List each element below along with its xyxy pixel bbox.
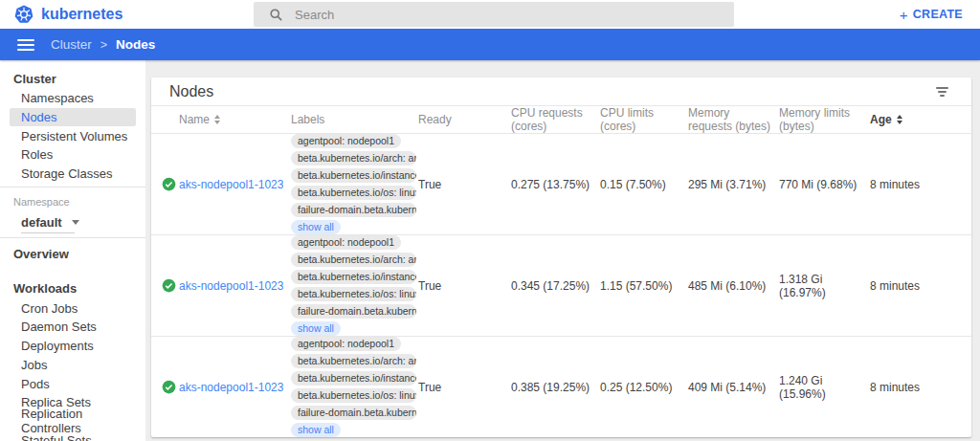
column-header-cpu-limits: CPU limits (cores) xyxy=(600,106,688,133)
show-all-button[interactable]: show all xyxy=(291,423,341,437)
labels-cell: agentpool: nodepool1 beta.kubernetes.io/… xyxy=(291,235,418,336)
filter-icon[interactable] xyxy=(932,83,952,100)
column-header-memory-requests: Memory requests (bytes) xyxy=(688,106,779,133)
top-app-bar: kubernetes + CREATE xyxy=(0,0,980,29)
label-chip: failure-domain.beta.kubernet.. xyxy=(291,406,416,420)
content-area: Cluster Namespaces Nodes Persistent Volu… xyxy=(0,60,980,441)
memory-requests-cell: 295 Mi (3.71%) xyxy=(688,178,779,191)
create-button[interactable]: + CREATE xyxy=(900,8,963,22)
search-icon xyxy=(269,8,283,22)
sidebar-header-workloads[interactable]: Workloads xyxy=(0,277,145,298)
kubernetes-brand[interactable]: kubernetes xyxy=(0,5,122,24)
ready-cell: True xyxy=(418,178,511,191)
sidebar-item-nodes[interactable]: Nodes xyxy=(10,108,136,127)
sidebar-item-daemon-sets[interactable]: Daemon Sets xyxy=(0,318,145,337)
node-name-cell: aks-nodepool1-10230590-vm... xyxy=(151,278,291,293)
kubernetes-logo-icon xyxy=(14,5,33,24)
sort-active-icon xyxy=(897,115,902,124)
nodes-card: Nodes Name Labels Ready CPU requests (co… xyxy=(151,77,971,437)
column-header-ready: Ready xyxy=(418,113,511,126)
cpu-limits-cell: 1.15 (57.50%) xyxy=(600,279,688,293)
sidebar-item-jobs[interactable]: Jobs xyxy=(0,356,145,375)
memory-requests-cell: 409 Mi (5.14%) xyxy=(688,381,779,394)
label-chip: beta.kubernetes.io/os: linux xyxy=(291,388,416,403)
cpu-requests-cell: 0.275 (13.75%) xyxy=(511,178,600,191)
label-chip: beta.kubernetes.io/os: linux xyxy=(291,186,416,200)
sidebar-header-cluster[interactable]: Cluster xyxy=(0,68,145,89)
sidebar-divider xyxy=(0,187,145,187)
column-header-memory-limits: Memory limits (bytes) xyxy=(779,106,870,133)
node-name-cell: aks-nodepool1-10230590-vm... xyxy=(151,177,291,191)
age-cell: 8 minutes xyxy=(870,381,971,394)
labels-cell: agentpool: nodepool1 beta.kubernetes.io/… xyxy=(291,134,418,234)
plus-icon: + xyxy=(900,8,908,22)
ready-cell: True xyxy=(418,279,511,293)
age-cell: 8 minutes xyxy=(870,178,971,191)
label-chip: agentpool: nodepool1 xyxy=(291,337,401,351)
memory-limits-cell: 1.240 Gi (15.96%) xyxy=(779,374,870,401)
sidebar-item-deployments[interactable]: Deployments xyxy=(0,337,145,356)
breadcrumb-separator: > xyxy=(100,38,107,52)
status-ok-icon xyxy=(162,380,176,394)
breadcrumb-bar: Cluster > Nodes xyxy=(0,29,980,60)
status-ok-icon xyxy=(162,278,176,293)
cpu-requests-cell: 0.345 (17.25%) xyxy=(511,279,600,293)
sidebar-item-persistent-volumes[interactable]: Persistent Volumes xyxy=(0,126,145,145)
search-input[interactable] xyxy=(295,8,734,22)
card-title: Nodes xyxy=(169,83,213,100)
card-title-row: Nodes xyxy=(151,77,971,106)
main-panel: Nodes Name Labels Ready CPU requests (co… xyxy=(145,60,980,441)
sidebar-item-cron-jobs[interactable]: Cron Jobs xyxy=(0,298,145,318)
menu-icon[interactable] xyxy=(17,39,34,51)
column-header-labels: Labels xyxy=(291,113,418,126)
label-chip: beta.kubernetes.io/os: linux xyxy=(291,287,416,301)
search-bar[interactable] xyxy=(254,2,734,27)
cpu-requests-cell: 0.385 (19.25%) xyxy=(511,381,600,394)
table-header-row: Name Labels Ready CPU requests (cores) C… xyxy=(151,106,971,134)
table-row: aks-nodepool1-10230590-vm... agentpool: … xyxy=(151,235,971,337)
label-chip: beta.kubernetes.io/instance-t. xyxy=(291,371,416,386)
sidebar-nav: Cluster Namespaces Nodes Persistent Volu… xyxy=(0,60,145,441)
node-name-link[interactable]: aks-nodepool1-10230590-vm... xyxy=(179,279,283,293)
label-chip: beta.kubernetes.io/arch: amd. xyxy=(291,253,416,267)
node-name-link[interactable]: aks-nodepool1-10230590-vm... xyxy=(179,381,283,394)
status-ok-icon xyxy=(162,177,176,191)
cpu-limits-cell: 0.25 (12.50%) xyxy=(600,381,688,394)
column-header-cpu-requests: CPU requests (cores) xyxy=(511,106,600,133)
sidebar-divider xyxy=(0,237,145,238)
age-cell: 8 minutes xyxy=(870,279,971,293)
sidebar-item-namespaces[interactable]: Namespaces xyxy=(0,89,145,108)
breadcrumb-current-page: Nodes xyxy=(116,37,155,52)
column-header-name[interactable]: Name xyxy=(151,113,291,126)
label-chip: beta.kubernetes.io/arch: amd. xyxy=(291,151,416,165)
create-button-label: CREATE xyxy=(913,8,963,21)
namespace-select[interactable]: default xyxy=(21,212,75,233)
memory-limits-cell: 1.318 Gi (16.97%) xyxy=(779,273,870,299)
sidebar-item-replication-controllers[interactable]: Replication Controllers xyxy=(0,412,145,431)
ready-cell: True xyxy=(418,381,511,394)
sidebar-item-roles[interactable]: Roles xyxy=(0,145,145,165)
table-row: aks-nodepool1-10230590-vm... agentpool: … xyxy=(151,337,971,437)
sidebar-item-overview[interactable]: Overview xyxy=(0,243,145,264)
table-body: aks-nodepool1-10230590-vm... agentpool: … xyxy=(151,134,971,437)
memory-limits-cell: 770 Mi (9.68%) xyxy=(779,178,870,191)
sidebar-item-storage-classes[interactable]: Storage Classes xyxy=(0,165,145,184)
label-chip: failure-domain.beta.kubernet.. xyxy=(291,203,416,217)
breadcrumb-cluster-link[interactable]: Cluster xyxy=(51,37,92,52)
sort-icon xyxy=(214,115,220,124)
brand-title: kubernetes xyxy=(41,6,122,23)
node-name-cell: aks-nodepool1-10230590-vm... xyxy=(151,380,291,394)
sidebar-item-pods[interactable]: Pods xyxy=(0,374,145,393)
node-name-link[interactable]: aks-nodepool1-10230590-vm... xyxy=(179,178,283,191)
label-chip: beta.kubernetes.io/instance-t. xyxy=(291,168,416,183)
label-chip: agentpool: nodepool1 xyxy=(291,134,401,148)
namespace-label: Namespace xyxy=(0,195,145,208)
show-all-button[interactable]: show all xyxy=(291,321,341,336)
table-row: aks-nodepool1-10230590-vm... agentpool: … xyxy=(151,134,971,235)
show-all-button[interactable]: show all xyxy=(291,220,341,234)
label-chip: beta.kubernetes.io/instance-t. xyxy=(291,270,416,284)
column-header-age[interactable]: Age xyxy=(870,113,971,126)
namespace-selected-value: default xyxy=(21,215,62,230)
labels-cell: agentpool: nodepool1 beta.kubernetes.io/… xyxy=(291,337,418,437)
label-chip: beta.kubernetes.io/arch: amd. xyxy=(291,354,416,368)
